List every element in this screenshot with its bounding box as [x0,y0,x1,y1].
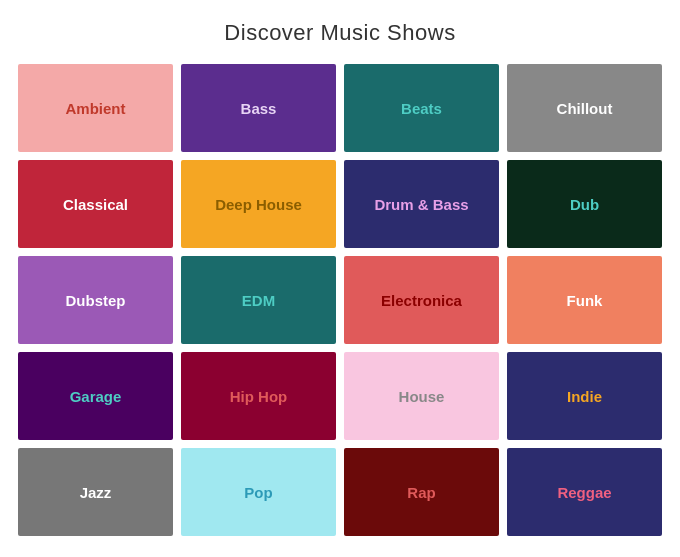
tile-dubstep[interactable]: Dubstep [18,256,173,344]
tile-bass[interactable]: Bass [181,64,336,152]
tile-indie[interactable]: Indie [507,352,662,440]
tile-label-jazz: Jazz [76,480,116,505]
tile-beats[interactable]: Beats [344,64,499,152]
tile-label-electronica: Electronica [377,288,466,313]
tile-label-house: House [395,384,449,409]
genre-grid: AmbientBassBeatsChilloutClassicalDeep Ho… [18,64,662,536]
tile-label-pop: Pop [240,480,276,505]
tile-label-indie: Indie [563,384,606,409]
tile-hip-hop[interactable]: Hip Hop [181,352,336,440]
tile-label-edm: EDM [238,288,279,313]
tile-label-deep-house: Deep House [211,192,306,217]
tile-classical[interactable]: Classical [18,160,173,248]
tile-label-garage: Garage [66,384,126,409]
tile-label-dubstep: Dubstep [62,288,130,313]
page-title: Discover Music Shows [224,20,455,46]
tile-deep-house[interactable]: Deep House [181,160,336,248]
tile-pop[interactable]: Pop [181,448,336,536]
tile-label-beats: Beats [397,96,446,121]
tile-ambient[interactable]: Ambient [18,64,173,152]
tile-drum-bass[interactable]: Drum & Bass [344,160,499,248]
tile-garage[interactable]: Garage [18,352,173,440]
tile-electronica[interactable]: Electronica [344,256,499,344]
tile-label-hip-hop: Hip Hop [226,384,292,409]
tile-label-funk: Funk [563,288,607,313]
tile-label-classical: Classical [59,192,132,217]
tile-label-reggae: Reggae [553,480,615,505]
tile-label-chillout: Chillout [553,96,617,121]
tile-reggae[interactable]: Reggae [507,448,662,536]
tile-dub[interactable]: Dub [507,160,662,248]
tile-house[interactable]: House [344,352,499,440]
tile-funk[interactable]: Funk [507,256,662,344]
tile-label-rap: Rap [403,480,439,505]
tile-chillout[interactable]: Chillout [507,64,662,152]
tile-label-ambient: Ambient [62,96,130,121]
tile-rap[interactable]: Rap [344,448,499,536]
tile-jazz[interactable]: Jazz [18,448,173,536]
tile-edm[interactable]: EDM [181,256,336,344]
tile-label-bass: Bass [237,96,281,121]
tile-label-drum-bass: Drum & Bass [370,192,472,217]
tile-label-dub: Dub [566,192,603,217]
